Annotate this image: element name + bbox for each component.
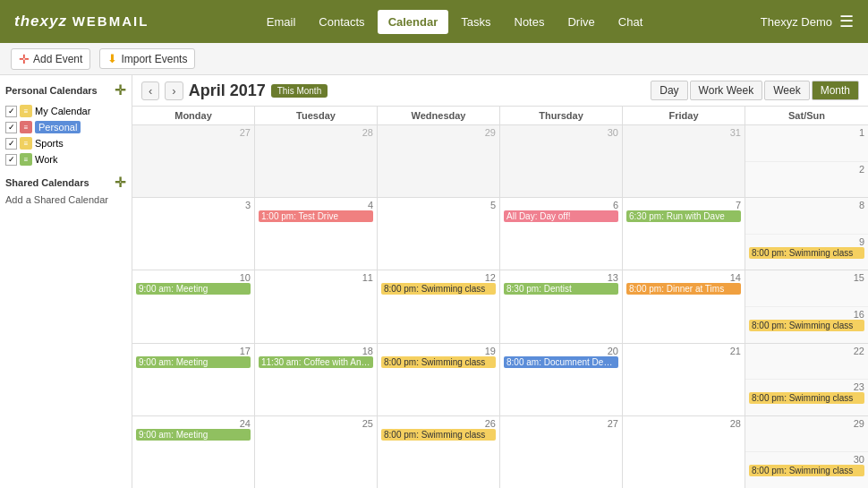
- add-event-button[interactable]: ✛ Add Event: [11, 48, 90, 70]
- day-num: 9: [749, 236, 864, 247]
- day-cell-apr25[interactable]: 25: [255, 416, 378, 488]
- day-cell-mar30[interactable]: 30: [500, 125, 623, 197]
- week-row-5: 24 9:00 am: Meeting 25 26 8:00 pm: Swimm…: [132, 416, 868, 488]
- day-cell-apr12[interactable]: 12 8:00 pm: Swimming class: [378, 270, 500, 342]
- event-swim-30[interactable]: 8:00 pm: Swimming class: [749, 465, 864, 476]
- sun-part-30[interactable]: 30 8:00 pm: Swimming class: [745, 452, 868, 488]
- view-day-button[interactable]: Day: [651, 81, 687, 100]
- sat-part-1[interactable]: 1: [745, 125, 868, 162]
- calendar-item-my-calendar[interactable]: ✓ ≡ My Calendar: [5, 103, 126, 119]
- sun-part-9[interactable]: 9 8:00 pm: Swimming class: [745, 235, 868, 270]
- view-workweek-button[interactable]: Work Week: [690, 81, 763, 100]
- day-cell-apr28[interactable]: 28: [623, 416, 745, 488]
- day-cell-mar31[interactable]: 31: [623, 125, 745, 197]
- day-cell-satsu-4[interactable]: 22 23 8:00 pm: Swimming class: [745, 344, 868, 415]
- sat-part-22[interactable]: 22: [745, 344, 868, 381]
- event-coffee-anne[interactable]: 11:30 am: Coffee with Anne: [259, 356, 373, 368]
- day-num: 13: [504, 272, 618, 283]
- day-cell-apr14[interactable]: 14 8:00 pm: Dinner at Tims: [623, 270, 745, 342]
- next-month-button[interactable]: ›: [165, 81, 183, 100]
- day-cell-satsu-1[interactable]: 1 2: [745, 125, 868, 197]
- calendar-item-personal[interactable]: ✓ ≡ Personal: [5, 119, 126, 135]
- day-cell-apr21[interactable]: 21: [623, 344, 745, 415]
- nav-item-email[interactable]: Email: [256, 10, 307, 34]
- checkbox-work[interactable]: ✓: [5, 154, 17, 166]
- day-cell-apr19[interactable]: 19 8:00 pm: Swimming class: [378, 344, 500, 415]
- nav-item-tasks[interactable]: Tasks: [450, 10, 501, 34]
- calendar-grid: Monday Tuesday Wednesday Thursday Friday…: [132, 107, 868, 488]
- day-cell-apr20[interactable]: 20 8:00 am: Documnent Dea...: [500, 344, 623, 415]
- event-swim-19[interactable]: 8:00 pm: Swimming class: [381, 356, 496, 368]
- day-num: 19: [381, 346, 496, 356]
- checkbox-my-calendar[interactable]: ✓: [5, 106, 17, 117]
- nav-item-notes[interactable]: Notes: [504, 10, 556, 34]
- calendar-item-sports[interactable]: ✓ ≡ Sports: [5, 135, 126, 151]
- day-cell-apr11[interactable]: 11: [255, 270, 378, 342]
- day-cell-apr3[interactable]: 3: [132, 198, 255, 270]
- sat-part-15[interactable]: 15: [745, 270, 868, 307]
- nav-item-drive[interactable]: Drive: [557, 10, 605, 34]
- main-layout: Personal Calendars ✛ ✓ ≡ My Calendar ✓ ≡…: [0, 75, 868, 488]
- add-shared-calendar-link[interactable]: Add a Shared Calendar: [5, 194, 126, 205]
- sun-part-2[interactable]: 2: [745, 162, 868, 198]
- day-cell-apr7[interactable]: 7 6:30 pm: Run with Dave: [623, 198, 745, 270]
- event-dinner-tims[interactable]: 8:00 pm: Dinner at Tims: [626, 283, 741, 295]
- day-cell-satsu-5[interactable]: 29 30 8:00 pm: Swimming class: [745, 416, 868, 488]
- day-num: 29: [381, 127, 496, 138]
- sat-part-29[interactable]: 29: [745, 416, 868, 453]
- day-num: 23: [749, 381, 864, 392]
- day-cell-apr5[interactable]: 5: [378, 198, 500, 270]
- day-cell-apr26[interactable]: 26 8:00 pm: Swimming class: [378, 416, 500, 488]
- calendar-label-sports: Sports: [35, 138, 64, 149]
- day-cell-apr6[interactable]: 6 All Day: Day off!: [500, 198, 623, 270]
- color-icon-work: ≡: [20, 153, 32, 166]
- day-cell-apr24[interactable]: 24 9:00 am: Meeting: [132, 416, 255, 488]
- sun-part-23[interactable]: 23 8:00 pm: Swimming class: [745, 380, 868, 415]
- event-document-dea[interactable]: 8:00 am: Documnent Dea...: [504, 356, 618, 368]
- view-week-button[interactable]: Week: [764, 81, 809, 100]
- prev-month-button[interactable]: ‹: [141, 81, 159, 100]
- nav-item-calendar[interactable]: Calendar: [378, 10, 449, 34]
- day-cell-satsu-3[interactable]: 15 16 8:00 pm: Swimming class: [745, 270, 868, 342]
- calendar-item-work[interactable]: ✓ ≡ Work: [5, 151, 126, 167]
- sun-part-16[interactable]: 16 8:00 pm: Swimming class: [745, 307, 868, 343]
- import-events-button[interactable]: ⬇ Import Events: [99, 48, 195, 69]
- add-shared-calendar-icon[interactable]: ✛: [115, 175, 126, 191]
- day-cell-apr10[interactable]: 10 9:00 am: Meeting: [132, 270, 255, 342]
- sat-part-8[interactable]: 8: [745, 198, 868, 235]
- nav-item-contacts[interactable]: Contacts: [308, 10, 375, 34]
- day-cell-satsu-2[interactable]: 8 9 8:00 pm: Swimming class: [745, 198, 868, 270]
- day-cell-mar28[interactable]: 28: [255, 125, 378, 197]
- view-month-button[interactable]: Month: [812, 81, 859, 100]
- event-meeting-17[interactable]: 9:00 am: Meeting: [136, 356, 251, 368]
- event-day-off[interactable]: All Day: Day off!: [504, 210, 618, 222]
- day-num: 21: [626, 346, 741, 356]
- event-swim-9[interactable]: 8:00 pm: Swimming class: [749, 247, 864, 259]
- event-swim-23[interactable]: 8:00 pm: Swimming class: [749, 392, 864, 404]
- event-dentist[interactable]: 8:30 pm: Dentist: [504, 283, 618, 295]
- day-cell-mar29[interactable]: 29: [378, 125, 500, 197]
- day-cell-apr13[interactable]: 13 8:30 pm: Dentist: [500, 270, 623, 342]
- hamburger-icon[interactable]: ☰: [839, 12, 854, 31]
- event-swim-12[interactable]: 8:00 pm: Swimming class: [381, 283, 496, 295]
- this-month-badge[interactable]: This Month: [271, 84, 328, 98]
- header-right: Thexyz Demo ☰: [761, 12, 854, 31]
- add-personal-calendar-icon[interactable]: ✛: [115, 82, 126, 98]
- day-cell-apr17[interactable]: 17 9:00 am: Meeting: [132, 344, 255, 415]
- event-swim-16[interactable]: 8:00 pm: Swimming class: [749, 320, 864, 331]
- checkbox-sports[interactable]: ✓: [5, 138, 17, 150]
- event-run-dave[interactable]: 6:30 pm: Run with Dave: [626, 210, 741, 222]
- day-num: 2: [749, 164, 864, 175]
- day-cell-apr27[interactable]: 27: [500, 416, 623, 488]
- day-cell-mar27[interactable]: 27: [132, 125, 255, 197]
- color-icon-personal: ≡: [20, 121, 32, 133]
- event-test-drive[interactable]: 1:00 pm: Test Drive: [259, 210, 373, 222]
- nav-item-chat[interactable]: Chat: [608, 10, 653, 34]
- day-num: 26: [381, 418, 496, 429]
- event-swim-26[interactable]: 8:00 pm: Swimming class: [381, 429, 496, 441]
- day-cell-apr4[interactable]: 4 1:00 pm: Test Drive: [255, 198, 378, 270]
- event-meeting-24[interactable]: 9:00 am: Meeting: [136, 429, 251, 441]
- day-cell-apr18[interactable]: 18 11:30 am: Coffee with Anne: [255, 344, 378, 415]
- event-meeting-10[interactable]: 9:00 am: Meeting: [136, 283, 251, 295]
- checkbox-personal[interactable]: ✓: [5, 122, 17, 133]
